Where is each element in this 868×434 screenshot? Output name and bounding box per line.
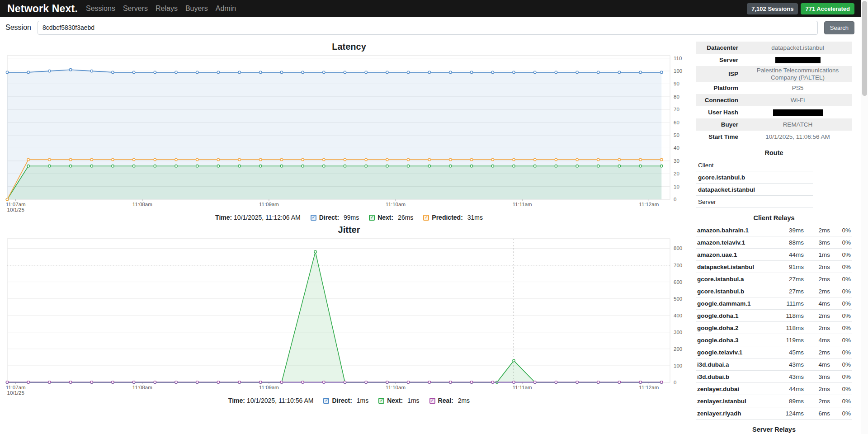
relay-rtt: 44ms <box>771 251 804 258</box>
nav-link-servers[interactable]: Servers <box>123 5 148 13</box>
svg-text:70: 70 <box>674 107 679 112</box>
svg-text:100: 100 <box>674 363 682 368</box>
relay-name: google.dammam.1 <box>697 300 771 307</box>
relay-jitter: 3ms <box>804 239 830 246</box>
legend-entry-next[interactable]: ✓Next: 1ms <box>378 397 419 404</box>
page-scrollbar[interactable] <box>861 0 868 434</box>
relay-jitter: 4ms <box>804 300 830 307</box>
relay-loss: 0% <box>830 276 851 283</box>
latency-chart[interactable]: 010203040506070809010011011:07am10/1/251… <box>3 53 692 213</box>
svg-text:20: 20 <box>674 171 679 176</box>
route-list: Clientgcore.istanbul.bdatapacket.istanbu… <box>696 159 852 208</box>
session-search-bar: Session Search <box>0 17 868 38</box>
relay-jitter: 2ms <box>804 276 830 283</box>
legend-entry-real[interactable]: ✓Real: 2ms <box>429 397 470 404</box>
info-row-isp: ISPPalestine Telecommunications Company … <box>696 66 852 82</box>
legend-time: Time: 10/1/2025, 11:12:06 AM <box>215 214 301 221</box>
svg-text:800: 800 <box>674 245 682 251</box>
client-relays-heading: Client Relays <box>696 214 852 222</box>
relay-rtt: 111ms <box>771 300 804 307</box>
next-checkbox-icon: ✓ <box>378 398 384 404</box>
route-hop-datapacket-istanbul: datapacket.istanbul <box>696 184 813 196</box>
relay-jitter: 4ms <box>804 337 830 344</box>
jitter-chart[interactable]: 010020030040050060070080011:07am10/1/251… <box>3 236 692 396</box>
relay-row-google-telaviv-1: google.telaviv.145ms2ms0% <box>696 346 852 359</box>
relay-row-google-doha-1: google.doha.1118ms2ms0% <box>696 310 852 322</box>
svg-text:60: 60 <box>674 120 679 125</box>
svg-text:11:09am: 11:09am <box>259 202 279 207</box>
relay-rtt: 91ms <box>771 264 804 270</box>
info-row-user-hash: User Hash <box>696 106 852 118</box>
info-value: REMATCH <box>744 120 852 129</box>
nav-link-buyers[interactable]: Buyers <box>185 5 208 13</box>
relay-loss: 0% <box>830 325 851 331</box>
info-label: ISP <box>696 71 744 77</box>
relay-jitter: 2ms <box>804 325 830 331</box>
scrollbar-thumb[interactable] <box>862 1 867 96</box>
accelerated-count-badge: 771 Accelerated <box>801 3 854 14</box>
relay-jitter: 3ms <box>804 373 830 380</box>
jitter-chart-block: Jitter 010020030040050060070080011:07am1… <box>3 225 695 404</box>
client-relays-table: amazon.bahrain.139ms2ms0%amazon.telaviv.… <box>696 224 852 420</box>
nav-link-relays[interactable]: Relays <box>156 5 178 13</box>
latency-chart-block: Latency 010203040506070809010011011:07am… <box>3 42 695 221</box>
svg-text:11:08am: 11:08am <box>132 385 152 390</box>
relay-rtt: 44ms <box>771 386 804 392</box>
svg-text:11:08am: 11:08am <box>132 202 152 207</box>
info-value: datapacket.istanbul <box>744 43 852 52</box>
relay-jitter: 6ms <box>804 410 830 417</box>
relay-name: gcore.istanbul.a <box>697 276 771 283</box>
legend-entry-direct[interactable]: ✓Direct: 1ms <box>323 397 368 404</box>
legend-entry-direct[interactable]: ✓Direct: 99ms <box>311 214 359 221</box>
relay-row-zenlayer-istanbul: zenlayer.istanbul89ms2ms0% <box>696 395 852 407</box>
real-checkbox-icon: ✓ <box>429 398 435 404</box>
relay-name: google.doha.3 <box>697 337 771 344</box>
relay-name: zenlayer.dubai <box>697 386 771 392</box>
relay-rtt: 89ms <box>771 398 804 405</box>
relay-row-zenlayer-riyadh: zenlayer.riyadh124ms6ms0% <box>696 407 852 420</box>
relay-loss: 0% <box>830 264 851 270</box>
relay-jitter: 2ms <box>804 312 830 319</box>
svg-text:0: 0 <box>674 197 676 202</box>
nav-link-admin[interactable]: Admin <box>216 5 236 13</box>
info-value <box>744 56 852 65</box>
info-value: 10/1/2025, 11:06:56 AM <box>744 132 852 142</box>
svg-text:80: 80 <box>674 94 679 99</box>
relay-loss: 0% <box>830 410 851 417</box>
latency-chart-title: Latency <box>3 42 695 52</box>
svg-text:0: 0 <box>674 380 676 385</box>
info-label: Server <box>696 57 744 63</box>
info-value: Palestine Telecommunications Company (PA… <box>744 66 852 82</box>
relay-rtt: 88ms <box>771 239 804 246</box>
relay-jitter: 2ms <box>804 349 830 356</box>
svg-text:700: 700 <box>674 263 682 268</box>
nav-link-sessions[interactable]: Sessions <box>86 5 115 13</box>
info-row-buyer: BuyerREMATCH <box>696 118 852 131</box>
redacted-value-box <box>773 109 823 116</box>
info-label: Buyer <box>696 121 744 128</box>
legend-entry-next[interactable]: ✓Next: 26ms <box>369 214 413 221</box>
session-id-input[interactable] <box>38 21 818 35</box>
relay-name: amazon.telaviv.1 <box>697 239 771 246</box>
info-label: User Hash <box>696 109 744 116</box>
svg-text:500: 500 <box>674 296 682 302</box>
relay-row-amazon-bahrain-1: amazon.bahrain.139ms2ms0% <box>696 224 852 236</box>
info-label: Datacenter <box>696 44 744 51</box>
relay-loss: 0% <box>830 288 851 295</box>
svg-text:200: 200 <box>674 346 682 352</box>
server-relays-heading: Server Relays <box>696 426 852 433</box>
relay-name: google.doha.1 <box>697 312 771 319</box>
relay-name: datapacket.istanbul <box>697 264 771 270</box>
info-value <box>744 108 852 117</box>
legend-entry-predicted[interactable]: ✓Predicted: 31ms <box>423 214 483 221</box>
relay-row-zenlayer-dubai: zenlayer.dubai44ms2ms0% <box>696 383 852 395</box>
svg-text:11:11am: 11:11am <box>513 202 532 207</box>
svg-text:11:07am: 11:07am <box>6 202 26 207</box>
relay-name: zenlayer.riyadh <box>697 410 771 417</box>
relay-row-gcore-istanbul-b: gcore.istanbul.b27ms2ms0% <box>696 285 852 297</box>
svg-text:11:09am: 11:09am <box>259 385 279 390</box>
svg-text:11:10am: 11:10am <box>386 202 406 207</box>
search-button[interactable]: Search <box>824 21 854 34</box>
relay-row-amazon-telaviv-1: amazon.telaviv.188ms3ms0% <box>696 236 852 249</box>
brand-logo[interactable]: Network Next. <box>7 3 78 15</box>
